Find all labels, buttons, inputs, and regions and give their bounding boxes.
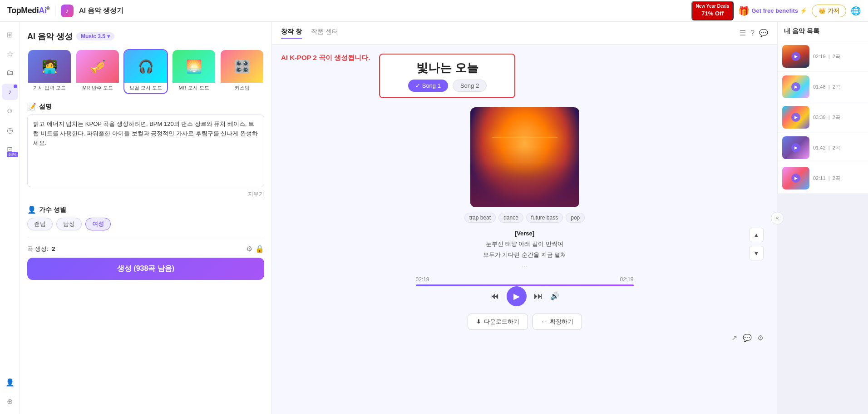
time-total: 02:19	[620, 276, 633, 283]
playlist-item-1[interactable]: ▶ 02:19 | 2곡	[778, 41, 868, 72]
progress-times: 02:19 02:19	[416, 276, 634, 283]
language-button[interactable]: 🌐	[851, 6, 861, 16]
album-art-image	[470, 107, 579, 207]
song-count-icons: ⚙ 🔒	[246, 244, 264, 253]
scroll-up-button[interactable]: ▲	[749, 228, 764, 242]
desc-icon: 📝	[27, 102, 36, 111]
sidebar-item-user[interactable]: 👤	[2, 374, 18, 390]
playlist-item-4[interactable]: ▶ 01:42 | 2곡	[778, 133, 868, 163]
sidebar-item-music[interactable]: ♪	[2, 84, 18, 100]
gender-chips: 랜덤 남성 여성	[27, 218, 264, 230]
mode-card-custom[interactable]: 🎛️ 커스텀	[220, 49, 264, 94]
comment-icon-btn[interactable]: 💬	[743, 334, 752, 342]
clear-button[interactable]: 지우기	[248, 190, 264, 198]
prev-button[interactable]: ⏮	[490, 291, 499, 301]
deal-button[interactable]: New Year Deals 71% Off	[691, 1, 734, 20]
sidebar-item-add[interactable]: ⊕	[2, 393, 18, 409]
center-content: AI K-POP 2 곡이 생성됩니다. 빛나는 오늘 ✓ Song 1 Son…	[272, 45, 777, 414]
playlist-thumb-5: ▶	[782, 167, 809, 190]
play-overlay-4: ▶	[791, 143, 800, 152]
lock-icon-btn[interactable]: 🔒	[255, 244, 264, 253]
benefits-button[interactable]: 🎁 Get free benefits ⚡	[738, 5, 807, 16]
sidebar-item-home[interactable]: ⊞	[2, 26, 18, 43]
tab-creation[interactable]: 창작 창	[281, 28, 302, 39]
left-panel-header: AI 음악 생성 Music 3.5 ▾	[27, 31, 264, 42]
settings-icon-btn[interactable]: ⚙	[246, 244, 252, 253]
lyrics-line1: 눈부신 태양 아래 같이 반짝여	[483, 239, 566, 249]
song-count-value: 2	[52, 245, 55, 252]
center-panel: 창작 창 작품 센터 ☰ ? 💬 AI K-POP 2 곡이 생성됩니다. 빛나…	[272, 22, 777, 414]
next-button[interactable]: ⏭	[534, 291, 543, 301]
mode-card-img-vocal: 🎧	[124, 50, 167, 83]
discord-icon-btn[interactable]: 💬	[759, 29, 768, 37]
version-badge[interactable]: Music 3.5 ▾	[76, 32, 114, 40]
box-badge: 94%	[7, 152, 18, 157]
generate-button[interactable]: 생성 (938곡 남음)	[27, 258, 264, 280]
center-bottom-icons: ↗ 💬 ⚙	[281, 334, 768, 342]
mode-card-img-mr: 🎺	[76, 50, 119, 83]
playlist-item-5[interactable]: ▶ 02:11 | 2곡	[778, 163, 868, 194]
logo: TopMediAi®	[7, 6, 49, 15]
playlist-thumb-4: ▶	[782, 136, 809, 159]
song-title-box: 빛나는 오늘 ✓ Song 1 Song 2	[379, 54, 515, 98]
queue-icon-btn[interactable]: ☰	[740, 29, 746, 37]
play-overlay-5: ▶	[791, 174, 800, 183]
lyrics-box: [Verse] 눈부신 태양 아래 같이 반짝여 모두가 기다린 순간을 지금 …	[483, 228, 566, 271]
playlist-info-1: 02:19 | 2곡	[813, 53, 863, 60]
scroll-nav: ▲ ▼	[749, 228, 764, 260]
song-variant-2[interactable]: Song 2	[453, 80, 487, 92]
music-badge	[14, 85, 17, 88]
main-layout: ⊞ ☆ 🗂 ♪ ☺ ◷ ⊡ 94% 👤 ⊕ AI 음악 생성 Music 3.5…	[0, 22, 868, 414]
extend-icon: ↔	[541, 318, 547, 325]
mode-card-mr[interactable]: 🎺 MR 반주 모드	[75, 49, 120, 94]
action-buttons: ⬇ 다운로드하기 ↔ 확장하기	[468, 314, 582, 330]
volume-button[interactable]: 🔊	[550, 292, 559, 300]
tab-works[interactable]: 작품 센터	[311, 28, 338, 39]
center-inner: AI K-POP 2 곡이 생성됩니다. 빛나는 오늘 ✓ Song 1 Son…	[281, 54, 768, 342]
gender-chip-random[interactable]: 랜덤	[27, 218, 53, 230]
playlist-item-2[interactable]: ▶ 01:48 | 2곡	[778, 72, 868, 102]
playlist-info-5: 02:11 | 2곡	[813, 175, 863, 182]
mode-card-mr2[interactable]: 🌅 MR 모사 모드	[172, 49, 216, 94]
sidebar-item-folder[interactable]: 🗂	[2, 65, 18, 81]
scroll-down-button[interactable]: ▼	[749, 246, 764, 260]
tag-futurebass: future bass	[526, 213, 563, 223]
extend-button[interactable]: ↔ 확장하기	[533, 314, 582, 330]
playlist-item-3[interactable]: ▶ 03:39 | 2곡	[778, 102, 868, 133]
sidebar-item-box[interactable]: ⊡ 94%	[2, 141, 18, 157]
sidebar: ⊞ ☆ 🗂 ♪ ☺ ◷ ⊡ 94% 👤 ⊕	[0, 22, 20, 414]
album-art	[470, 107, 579, 207]
upgrade-button[interactable]: 👑 가저	[812, 5, 846, 17]
song-tags: trap beat dance future bass pop	[464, 213, 585, 223]
mode-label-mr: MR 반주 모드	[76, 83, 119, 93]
tag-pop: pop	[566, 213, 585, 223]
song-variant-1[interactable]: ✓ Song 1	[408, 80, 448, 92]
tag-trap: trap beat	[464, 213, 496, 223]
description-textarea[interactable]: 밝고 에너지 넘치는 KPOP 곡을 생성하려면, BPM 120의 댄스 장르…	[27, 115, 264, 187]
app-icon: ♪	[61, 5, 74, 17]
download-button[interactable]: ⬇ 다운로드하기	[468, 314, 528, 330]
mode-card-vocal[interactable]: 🎧 보컬 모사 모드	[123, 49, 168, 94]
settings-icon-btn2[interactable]: ⚙	[757, 334, 764, 342]
gender-chip-male[interactable]: 남성	[56, 218, 82, 230]
title-area: AI K-POP 2 곡이 생성됩니다. 빛나는 오늘 ✓ Song 1 Son…	[281, 54, 768, 104]
play-button[interactable]: ▶	[507, 286, 527, 306]
mode-card-lyric[interactable]: 👩‍💻 가사 입력 모드	[27, 49, 72, 94]
playlist-thumb-3: ▶	[782, 106, 809, 129]
gender-chip-female[interactable]: 여성	[85, 218, 111, 230]
desc-section: 📝 설명 밝고 에너지 넘치는 KPOP 곡을 생성하려면, BPM 120의 …	[27, 102, 264, 198]
playlist-info-2: 01:48 | 2곡	[813, 84, 863, 90]
collapse-panel-button[interactable]: «	[771, 212, 784, 224]
help-icon-btn[interactable]: ?	[750, 29, 755, 37]
playlist-meta-4: 01:42 | 2곡	[813, 145, 863, 151]
sidebar-item-effects[interactable]: ☺	[2, 103, 18, 119]
play-overlay-2: ▶	[791, 82, 800, 91]
lyrics-more: …	[483, 260, 566, 270]
sidebar-item-history[interactable]: ◷	[2, 122, 18, 138]
playlist-thumb-2: ▶	[782, 75, 809, 98]
lyrics-line2: 모두가 기다린 순간을 지금 펼쳐	[483, 249, 566, 260]
playlist-meta-2: 01:48 | 2곡	[813, 84, 863, 90]
tag-dance: dance	[498, 213, 523, 223]
sidebar-item-star[interactable]: ☆	[2, 45, 18, 62]
export-icon-btn[interactable]: ↗	[731, 334, 737, 342]
